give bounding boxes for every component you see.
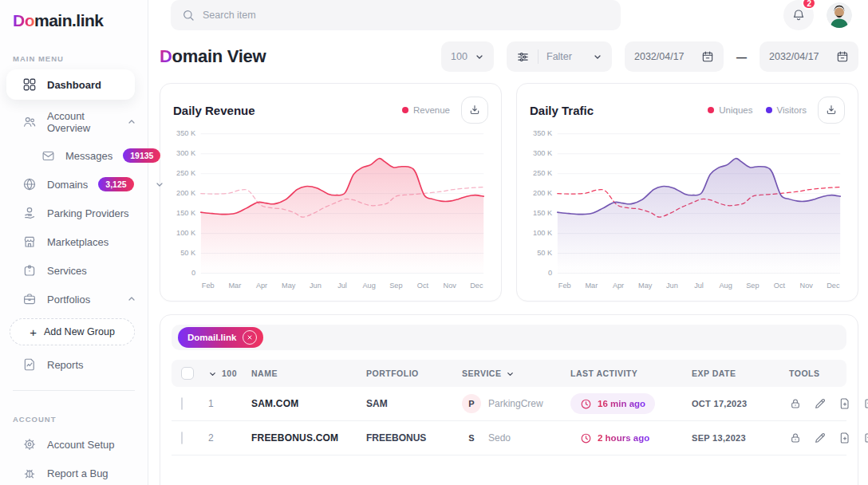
page-size-select[interactable]: 100: [441, 41, 494, 72]
svg-text:Aug: Aug: [720, 282, 732, 289]
sidebar-item-dashboard[interactable]: Dashboard: [6, 69, 135, 100]
sidebar-item-messages[interactable]: Messages 19135: [0, 141, 148, 170]
svg-text:Mar: Mar: [228, 282, 241, 289]
report-document-icon: [22, 357, 37, 372]
user-avatar[interactable]: [827, 2, 852, 28]
page-controls: 100 Falter 2032/04/17 —: [441, 41, 858, 72]
date-from-picker[interactable]: 2032/04/17: [625, 41, 724, 72]
download-button[interactable]: [461, 97, 488, 124]
tools-cell: [789, 397, 868, 410]
app: Domain.link MAIN MENU Dashboard Account …: [0, 0, 868, 485]
svg-text:Aug: Aug: [363, 282, 376, 289]
storefront-icon: [22, 235, 37, 249]
search-bar[interactable]: [171, 0, 621, 30]
daily-trafic-chart: 350 K300 K250 K200 K150 K100 K50 K0FebMa…: [530, 127, 845, 293]
note-plus-icon[interactable]: [863, 397, 868, 410]
legend-dot: [708, 107, 714, 113]
sidebar-item-reports[interactable]: Reports: [0, 350, 148, 379]
sidebar-item-account-setup[interactable]: Account Setup: [0, 430, 148, 459]
globe-icon: [22, 177, 37, 191]
sidebar-item-label: Parking Providers: [47, 207, 129, 219]
row-checkbox[interactable]: [181, 397, 183, 410]
edit-pencil-icon[interactable]: [814, 397, 827, 410]
select-all-checkbox[interactable]: [181, 367, 194, 380]
svg-text:Feb: Feb: [558, 282, 571, 289]
search-input[interactable]: [203, 10, 610, 21]
svg-text:200 K: 200 K: [176, 190, 195, 197]
lock-icon[interactable]: [789, 397, 802, 410]
dashboard-icon: [22, 77, 37, 92]
sidebar-item-report-a-bug[interactable]: Report a Bug: [0, 459, 148, 485]
sidebar-item-services[interactable]: Services: [0, 256, 148, 285]
name-header[interactable]: NAME: [251, 369, 366, 378]
exp-date: OCT 17,2023: [692, 399, 789, 408]
chevron-down-icon[interactable]: [155, 179, 164, 189]
chevron-down-icon: [506, 369, 515, 378]
table-row[interactable]: 1 SAM.COM SAM P ParkingCrew 16 min ago O…: [172, 387, 846, 421]
chevron-up-icon[interactable]: [127, 117, 136, 127]
exp-date-header[interactable]: EXP DATE: [692, 369, 789, 378]
add-new-group-label: Add New Group: [44, 326, 115, 337]
count-header[interactable]: 100: [208, 369, 251, 378]
filter-dropdown[interactable]: Falter: [507, 41, 612, 72]
section-account-label: ACCOUNT: [13, 415, 148, 424]
svg-text:Oct: Oct: [774, 282, 786, 289]
sidebar-item-marketplaces[interactable]: Marketplaces: [0, 227, 148, 256]
file-plus-icon[interactable]: [838, 397, 851, 410]
note-plus-icon[interactable]: [863, 432, 868, 444]
domain-name: FREEBONUS.COM: [251, 432, 366, 444]
sidebar-item-domains[interactable]: Domains 3,125: [0, 170, 148, 199]
messages-count-badge: 19135: [123, 148, 160, 163]
clock-icon: [580, 398, 592, 410]
date-to-value: 2032/04/17: [769, 51, 819, 62]
svg-text:Dec: Dec: [470, 282, 483, 289]
download-button[interactable]: [818, 97, 845, 124]
add-new-group-button[interactable]: + Add New Group: [10, 318, 135, 345]
daily-revenue-chart: 350 K300 K250 K200 K150 K100 K50 K0FebMa…: [173, 127, 488, 293]
chart-title: Daily Revenue: [173, 104, 255, 117]
sidebar-item-parking-providers[interactable]: Parking Providers: [0, 199, 148, 227]
parking-hand-icon: [22, 206, 37, 220]
gear-icon: [22, 437, 37, 451]
notifications-button[interactable]: 2: [783, 0, 814, 30]
edit-pencil-icon[interactable]: [814, 432, 827, 444]
logo-rest: main.link: [34, 11, 104, 30]
table-row[interactable]: 2 FREEBONUS.COM FREEBONUS S Sedo 2 hours…: [172, 421, 846, 455]
date-range-separator: —: [736, 51, 747, 63]
service-header[interactable]: SERVICE: [462, 369, 570, 378]
filter-chip-domail-link[interactable]: Domail.link: [178, 327, 263, 348]
domain-name: SAM.COM: [251, 398, 366, 409]
remove-filter-button[interactable]: [243, 330, 257, 345]
legend-label: Visitors: [777, 105, 807, 115]
page-size-value: 100: [451, 51, 468, 62]
table-header-row: 100 NAME PORTFOLIO SERVICE LAST ACTIVITY…: [172, 360, 846, 387]
chevron-up-icon[interactable]: [127, 294, 136, 304]
svg-text:250 K: 250 K: [533, 170, 552, 177]
lock-icon[interactable]: [789, 432, 802, 444]
svg-text:Nov: Nov: [800, 282, 814, 289]
section-main-menu-label: MAIN MENU: [13, 54, 148, 63]
last-activity-header[interactable]: LAST ACTIVITY: [570, 369, 692, 378]
plus-icon: +: [30, 325, 37, 339]
bell-icon: [791, 8, 806, 22]
notification-count-badge: 2: [802, 0, 816, 10]
legend-item: Visitors: [766, 105, 807, 115]
clock-icon: [580, 432, 592, 444]
sidebar-item-label: Messages: [65, 150, 112, 162]
sidebar-item-portfolios[interactable]: Portfolios: [0, 285, 148, 313]
filter-divider: [538, 49, 539, 64]
sidebar-divider: [13, 390, 135, 391]
file-plus-icon[interactable]: [838, 432, 851, 444]
sidebar-item-label: Reports: [47, 359, 84, 371]
date-to-picker[interactable]: 2032/04/17: [760, 41, 858, 72]
svg-text:Dec: Dec: [827, 282, 840, 289]
legend-label: Revenue: [413, 105, 450, 115]
page-title-accent: D: [160, 46, 172, 66]
chart-header: Daily Trafic UniquesVisitors: [530, 97, 845, 124]
svg-text:May: May: [282, 282, 296, 289]
sidebar-item-label: Dashboard: [47, 79, 101, 91]
domains-count-badge: 3,125: [98, 177, 133, 191]
portfolio-header[interactable]: PORTFOLIO: [366, 369, 462, 378]
sidebar-item-account-overview[interactable]: Account Overview: [0, 103, 148, 141]
row-checkbox[interactable]: [181, 432, 183, 444]
